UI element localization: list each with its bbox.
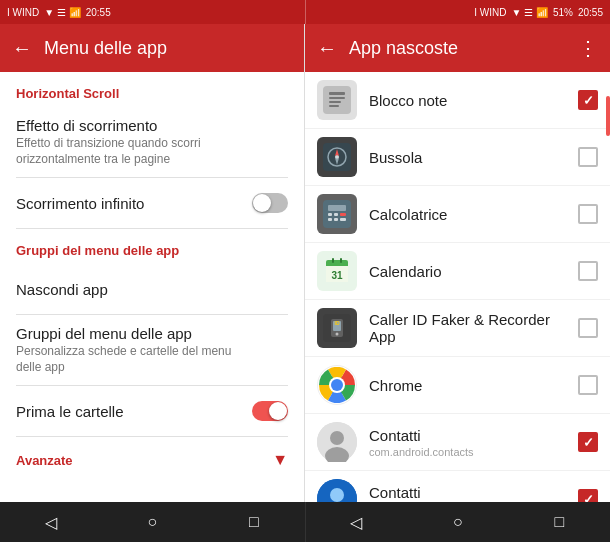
right-screen-title: App nascoste xyxy=(349,38,578,59)
toggle-thumb-scorrimento xyxy=(253,194,271,212)
checkbox-contatti-2[interactable] xyxy=(578,489,598,502)
checkbox-caller-id[interactable] xyxy=(578,318,598,338)
list-item-calcolatrice[interactable]: Calcolatrice xyxy=(305,186,610,243)
section-header-horizontal-scroll: Horizontal Scroll xyxy=(0,72,304,107)
left-scroll-content[interactable]: Horizontal Scroll Effetto di scorrimento… xyxy=(0,72,304,502)
prima-title: Prima le cartelle xyxy=(16,403,124,420)
scroll-indicator xyxy=(606,96,610,136)
gruppi-subtitle: Personalizza schede e cartelle del menu … xyxy=(16,344,256,375)
checkbox-calendario[interactable] xyxy=(578,261,598,281)
svg-rect-3 xyxy=(329,101,341,103)
app-name-caller-id: Caller ID Faker & Recorder App xyxy=(369,311,570,345)
list-item-blocco-note[interactable]: Blocco note xyxy=(305,72,610,129)
effetto-title: Effetto di scorrimento xyxy=(16,117,256,134)
setting-item-nascondi[interactable]: Nascondi app xyxy=(0,264,304,314)
chrome-logo-svg xyxy=(319,367,355,403)
svg-text:31: 31 xyxy=(331,270,343,281)
list-item-contatti-1[interactable]: Contatti com.android.contacts xyxy=(305,414,610,471)
app-icon-calendario: 31 xyxy=(317,251,357,291)
setting-item-gruppi[interactable]: Gruppi del menu delle app Personalizza s… xyxy=(0,315,304,385)
status-bar: I WIND ▼ ☰ 📶 20:55 I WIND ▼ ☰ 📶 51% 20:5… xyxy=(0,0,610,24)
contacts1-svg xyxy=(317,422,357,462)
toggle-prima[interactable] xyxy=(252,401,288,421)
app-icon-chrome xyxy=(317,365,357,405)
checkbox-bussola[interactable] xyxy=(578,147,598,167)
left-screen: ← Menu delle app Horizontal Scroll Effet… xyxy=(0,24,305,502)
scorrimento-title: Scorrimento infinito xyxy=(16,195,144,212)
contacts2-svg xyxy=(317,479,357,502)
time-left: 20:55 xyxy=(86,7,111,18)
effetto-subtitle: Effetto di transizione quando scorri ori… xyxy=(16,136,256,167)
left-app-bar: ← Menu delle app xyxy=(0,24,304,72)
setting-item-scorrimento[interactable]: Scorrimento infinito xyxy=(0,178,304,228)
right-scroll-content[interactable]: Blocco note Bussola xyxy=(305,72,610,502)
carrier-left: I WIND xyxy=(7,7,39,18)
screens-container: ← Menu delle app Horizontal Scroll Effet… xyxy=(0,24,610,502)
setting-item-prima[interactable]: Prima le cartelle xyxy=(0,386,304,436)
svg-rect-4 xyxy=(329,105,339,107)
home-nav-btn-left[interactable]: ○ xyxy=(132,502,172,542)
svg-rect-2 xyxy=(329,97,345,99)
section-header-gruppi: Gruppi del menu delle app xyxy=(0,229,304,264)
status-bar-left: I WIND ▼ ☰ 📶 20:55 xyxy=(0,0,305,24)
back-nav-btn-right[interactable]: ◁ xyxy=(336,502,376,542)
svg-rect-17 xyxy=(340,218,346,221)
app-icon-calcolatrice xyxy=(317,194,357,234)
list-item-chrome[interactable]: Chrome xyxy=(305,357,610,414)
nav-bar-left: ◁ ○ □ xyxy=(0,502,305,542)
svg-point-34 xyxy=(330,431,344,445)
compass-svg xyxy=(323,143,351,171)
recent-nav-btn-right[interactable]: □ xyxy=(539,502,579,542)
svg-rect-16 xyxy=(334,218,338,221)
app-icon-blocco-note xyxy=(317,80,357,120)
app-icon-contatti-1 xyxy=(317,422,357,462)
svg-rect-14 xyxy=(340,213,346,216)
avanzate-row[interactable]: Avanzate ▼ xyxy=(0,437,304,483)
svg-rect-12 xyxy=(328,213,332,216)
gruppi-title: Gruppi del menu delle app xyxy=(16,325,256,342)
setting-item-effetto[interactable]: Effetto di scorrimento Effetto di transi… xyxy=(0,107,304,177)
svg-rect-22 xyxy=(332,258,334,263)
checkbox-chrome[interactable] xyxy=(578,375,598,395)
app-icon-bussola xyxy=(317,137,357,177)
svg-rect-1 xyxy=(329,92,345,95)
app-name-bussola: Bussola xyxy=(369,149,570,166)
back-button-left[interactable]: ← xyxy=(12,37,32,60)
svg-rect-11 xyxy=(328,205,346,211)
avanzate-label: Avanzate xyxy=(16,453,272,468)
svg-rect-0 xyxy=(323,86,351,114)
nav-bar-right: ◁ ○ □ xyxy=(306,502,611,542)
app-name-calendario: Calendario xyxy=(369,263,570,280)
app-name-chrome: Chrome xyxy=(369,377,570,394)
calc-svg xyxy=(323,200,351,228)
nascondi-title: Nascondi app xyxy=(16,281,108,298)
back-nav-btn-left[interactable]: ◁ xyxy=(31,502,71,542)
time-right: 20:55 xyxy=(578,7,603,18)
list-item-caller-id[interactable]: ID Caller ID Faker & Recorder App xyxy=(305,300,610,357)
right-app-bar: ← App nascoste ⋮ xyxy=(305,24,610,72)
battery-right: 51% xyxy=(553,7,573,18)
right-screen: ← App nascoste ⋮ Blocco not xyxy=(305,24,610,502)
nav-bar: ◁ ○ □ ◁ ○ □ xyxy=(0,502,610,542)
list-item-contatti-2[interactable]: Contatti com.google.android.contacts xyxy=(305,471,610,502)
svg-rect-15 xyxy=(328,218,332,221)
back-button-right[interactable]: ← xyxy=(317,37,337,60)
home-nav-btn-right[interactable]: ○ xyxy=(438,502,478,542)
recent-nav-btn-left[interactable]: □ xyxy=(234,502,274,542)
toggle-thumb-prima xyxy=(269,402,287,420)
notes-svg xyxy=(323,86,351,114)
svg-point-32 xyxy=(331,379,343,391)
checkbox-calcolatrice[interactable] xyxy=(578,204,598,224)
more-options-icon[interactable]: ⋮ xyxy=(578,36,598,60)
checkbox-contatti-1[interactable] xyxy=(578,432,598,452)
app-package-contatti-1: com.android.contacts xyxy=(369,446,570,458)
left-screen-title: Menu delle app xyxy=(44,38,292,59)
app-name-contatti-1: Contatti xyxy=(369,427,570,444)
list-item-calendario[interactable]: 31 Calendario xyxy=(305,243,610,300)
svg-rect-23 xyxy=(340,258,342,263)
svg-point-37 xyxy=(330,488,344,502)
avanzate-arrow-icon: ▼ xyxy=(272,451,288,469)
list-item-bussola[interactable]: Bussola xyxy=(305,129,610,186)
toggle-scorrimento[interactable] xyxy=(252,193,288,213)
checkbox-blocco-note[interactable] xyxy=(578,90,598,110)
